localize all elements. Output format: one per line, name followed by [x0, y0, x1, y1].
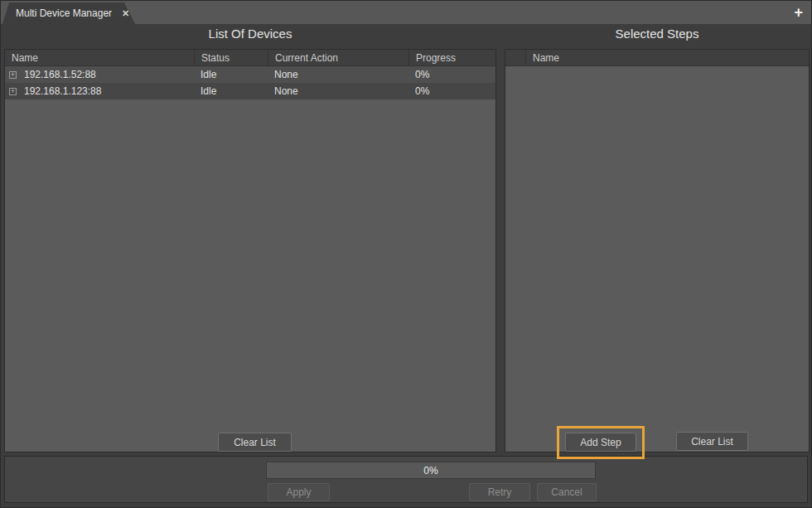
apply-button[interactable]: Apply — [268, 483, 330, 501]
expand-plus-icon[interactable]: + — [9, 71, 17, 79]
device-progress-cell: 0% — [408, 83, 495, 99]
device-name-cell: + 192.168.1.52:88 — [5, 66, 194, 83]
expand-plus-icon[interactable]: + — [9, 88, 17, 95]
column-header-status[interactable]: Status — [194, 50, 268, 65]
device-action-cell: None — [268, 66, 408, 83]
tab-bar: Multi Device Manager ✕ + — [1, 1, 811, 24]
selected-steps-table: Name — [505, 49, 810, 452]
column-header-current-action[interactable]: Current Action — [268, 50, 408, 65]
add-step-button[interactable]: Add Step — [565, 433, 636, 452]
steps-clear-list-button[interactable]: Clear List — [676, 432, 748, 451]
tab-close-icon[interactable]: ✕ — [122, 8, 129, 19]
left-panel-title: List Of Devices — [4, 27, 496, 41]
right-panel-title: Selected Steps — [505, 27, 810, 41]
steps-gutter-column — [505, 50, 525, 65]
tab-multi-device-manager[interactable]: Multi Device Manager ✕ — [2, 2, 135, 24]
tab-title: Multi Device Manager — [16, 7, 112, 19]
devices-clear-list-button[interactable]: Clear List — [218, 433, 292, 452]
multi-device-manager-window: Multi Device Manager ✕ + List Of Devices… — [0, 0, 812, 508]
device-name: 192.168.1.123:88 — [24, 85, 101, 97]
progress-value: 0% — [423, 465, 437, 477]
devices-table: Name Status Current Action Progress + 19… — [4, 49, 496, 452]
devices-table-header: Name Status Current Action Progress — [5, 50, 495, 66]
retry-button[interactable]: Retry — [469, 483, 530, 501]
device-status-cell: Idle — [194, 66, 268, 83]
device-name-cell: + 192.168.1.123:88 — [5, 83, 194, 99]
device-name: 192.168.1.52:88 — [24, 69, 96, 80]
new-tab-plus-icon[interactable]: + — [794, 3, 803, 22]
column-header-progress[interactable]: Progress — [408, 50, 495, 65]
device-status-cell: Idle — [194, 83, 268, 99]
cancel-button[interactable]: Cancel — [537, 483, 597, 501]
device-row[interactable]: + 192.168.1.123:88 Idle None 0% — [5, 83, 495, 99]
steps-column-header-name[interactable]: Name — [525, 50, 809, 65]
steps-table-header: Name — [505, 50, 809, 66]
device-progress-cell: 0% — [408, 66, 495, 83]
device-action-cell: None — [268, 83, 408, 99]
overall-progress-bar: 0% — [266, 462, 596, 479]
device-row[interactable]: + 192.168.1.52:88 Idle None 0% — [5, 66, 495, 83]
column-header-name[interactable]: Name — [5, 50, 194, 65]
